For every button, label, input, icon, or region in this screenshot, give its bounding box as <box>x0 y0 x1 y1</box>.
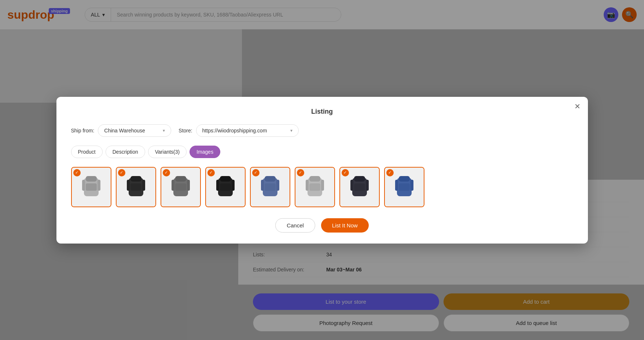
modal-title: Listing <box>71 108 573 116</box>
ship-from-group: Ship from: China Warehouse ▾ <box>71 124 172 137</box>
check-badge-4: ✓ <box>207 169 215 176</box>
svg-rect-24 <box>276 180 279 191</box>
svg-rect-31 <box>354 176 365 182</box>
image-thumb-4[interactable]: ✓ <box>205 167 246 207</box>
backpack-svg-6 <box>302 172 328 202</box>
list-it-now-button[interactable]: List It Now <box>321 218 369 233</box>
svg-rect-7 <box>130 183 141 191</box>
tab-variants[interactable]: Variants(3) <box>148 146 187 158</box>
image-thumb-3[interactable]: ✓ <box>161 167 201 207</box>
svg-rect-2 <box>86 183 97 191</box>
store-group: Store: https://wiiodropshipping.com ▾ <box>179 124 298 137</box>
ship-from-chevron-icon: ▾ <box>163 128 165 133</box>
backpack-svg-8 <box>391 172 417 202</box>
svg-rect-26 <box>309 176 320 182</box>
image-thumb-5[interactable]: ✓ <box>250 167 290 207</box>
check-badge-3: ✓ <box>163 169 170 176</box>
svg-rect-23 <box>261 180 264 191</box>
svg-rect-1 <box>86 176 97 182</box>
svg-rect-14 <box>187 180 190 191</box>
ship-from-select[interactable]: China Warehouse ▾ <box>98 124 171 137</box>
image-thumb-2[interactable]: ✓ <box>116 167 156 207</box>
backpack-svg-7 <box>347 172 372 202</box>
svg-rect-36 <box>399 176 410 182</box>
svg-rect-11 <box>175 176 186 182</box>
backpack-svg-5 <box>257 172 283 202</box>
backpack-svg-3 <box>168 172 194 202</box>
check-badge-7: ✓ <box>342 169 349 176</box>
image-thumb-6[interactable]: ✓ <box>295 167 335 207</box>
image-thumb-7[interactable]: ✓ <box>339 167 380 207</box>
svg-rect-37 <box>399 183 410 191</box>
svg-rect-19 <box>232 180 235 191</box>
check-badge-1: ✓ <box>73 169 81 176</box>
store-select[interactable]: https://wiiodropshipping.com ▾ <box>196 124 299 137</box>
backpack-svg-1 <box>78 172 104 202</box>
store-label: Store: <box>179 128 192 134</box>
store-chevron-icon: ▾ <box>290 128 292 133</box>
svg-rect-34 <box>366 180 369 191</box>
svg-rect-13 <box>172 180 174 191</box>
tab-description[interactable]: Description <box>106 146 145 158</box>
images-grid: ✓ ✓ <box>71 167 573 207</box>
svg-rect-8 <box>127 180 130 191</box>
image-thumb-1[interactable]: ✓ <box>71 167 111 207</box>
svg-rect-18 <box>216 180 219 191</box>
svg-rect-22 <box>265 183 276 191</box>
svg-rect-16 <box>220 176 231 182</box>
svg-rect-28 <box>306 180 309 191</box>
svg-rect-4 <box>97 180 100 191</box>
svg-rect-32 <box>354 183 365 191</box>
cancel-button[interactable]: Cancel <box>275 218 315 233</box>
ship-from-value: China Warehouse <box>104 128 145 134</box>
check-badge-5: ✓ <box>252 169 260 176</box>
tab-product[interactable]: Product <box>71 146 103 158</box>
svg-rect-9 <box>142 180 145 191</box>
check-badge-2: ✓ <box>118 169 125 176</box>
svg-rect-39 <box>411 180 413 191</box>
modal-actions: Cancel List It Now <box>71 218 573 233</box>
backpack-svg-2 <box>123 172 149 202</box>
listing-modal: ✕ Listing Ship from: China Warehouse ▾ S… <box>56 97 588 244</box>
modal-tabs: Product Description Variants(3) Images <box>71 146 573 158</box>
modal-close-button[interactable]: ✕ <box>574 103 581 110</box>
svg-rect-33 <box>350 180 353 191</box>
image-thumb-8[interactable]: ✓ <box>384 167 424 207</box>
check-badge-8: ✓ <box>386 169 394 176</box>
svg-rect-27 <box>309 183 320 191</box>
tab-images[interactable]: Images <box>189 146 220 158</box>
svg-rect-21 <box>265 176 276 182</box>
svg-rect-3 <box>82 180 85 191</box>
backpack-svg-4 <box>213 172 238 202</box>
svg-rect-12 <box>175 183 186 191</box>
svg-rect-17 <box>220 183 231 191</box>
svg-rect-29 <box>321 180 324 191</box>
svg-rect-6 <box>130 176 141 182</box>
modal-config-row: Ship from: China Warehouse ▾ Store: http… <box>71 124 573 137</box>
modal-overlay: ✕ Listing Ship from: China Warehouse ▾ S… <box>0 0 644 340</box>
svg-rect-38 <box>395 180 398 191</box>
store-value: https://wiiodropshipping.com <box>202 128 267 134</box>
ship-from-label: Ship from: <box>71 128 95 134</box>
check-badge-6: ✓ <box>297 169 304 176</box>
